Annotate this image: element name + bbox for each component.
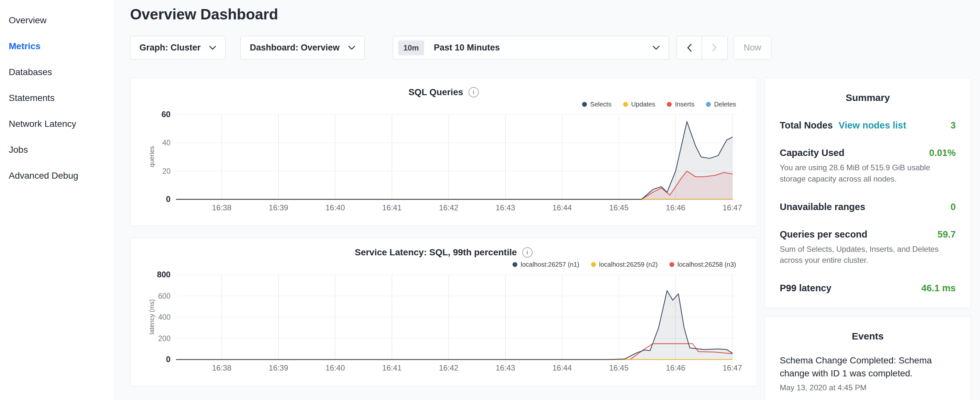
legend-dot [667, 102, 672, 107]
view-nodes-list-link[interactable]: View nodes list [838, 120, 906, 131]
event-text: Schema Change Completed: Schema change w… [780, 354, 956, 380]
chevron-down-icon [209, 46, 216, 50]
svg-text:16:40: 16:40 [326, 363, 345, 372]
legend-label: localhost:26257 (n1) [520, 261, 579, 268]
event-timestamp: May 13, 2020 at 4:45 PM [780, 383, 956, 392]
info-icon[interactable]: i [468, 87, 479, 97]
legend-item[interactable]: Selects [582, 100, 611, 108]
legend-dot [591, 262, 596, 267]
summary-description: Sum of Selects, Updates, Inserts, and De… [780, 244, 956, 266]
svg-text:60: 60 [161, 112, 170, 119]
graph-selector-dropdown[interactable]: Graph: Cluster [130, 36, 226, 59]
legend-label: Selects [590, 100, 611, 108]
svg-text:200: 200 [158, 334, 170, 343]
svg-text:16:47: 16:47 [722, 203, 742, 212]
summary-value: 59.7 [938, 229, 956, 240]
chart-panel-sql-queries: SQL Queries i SelectsUpdatesInsertsDelet… [130, 78, 757, 226]
summary-row: Unavailable ranges0 [780, 202, 956, 212]
time-next-button[interactable] [702, 36, 728, 59]
svg-text:16:46: 16:46 [666, 203, 685, 212]
summary-value: 46.1 ms [921, 283, 956, 293]
legend-label: Inserts [675, 100, 694, 108]
svg-text:600: 600 [158, 292, 170, 300]
svg-text:16:39: 16:39 [269, 203, 288, 212]
events-panel: Events Schema Change Completed: Schema c… [765, 316, 971, 400]
charts-column: SQL Queries i SelectsUpdatesInsertsDelet… [130, 78, 757, 386]
chart-legend: localhost:26257 (n1)localhost:26259 (n2)… [138, 261, 736, 268]
svg-text:16:44: 16:44 [552, 203, 572, 212]
summary-label: Queries per second [780, 229, 867, 239]
svg-text:16:45: 16:45 [609, 203, 628, 212]
main-content: Overview Dashboard Graph: Cluster Dashbo… [113, 0, 980, 400]
plot-area: queries 16:3816:3916:4016:4116:4216:4316… [138, 112, 749, 214]
legend-item[interactable]: Updates [623, 100, 655, 108]
summary-value: 0 [951, 202, 956, 212]
svg-text:400: 400 [158, 313, 170, 321]
chevron-down-icon [652, 46, 660, 50]
toolbar: Graph: Cluster Dashboard: Overview 10m P… [130, 36, 971, 59]
side-column: Summary Total NodesView nodes list3Capac… [765, 78, 971, 400]
summary-label: Unavailable ranges [780, 202, 865, 212]
summary-row: P99 latency46.1 ms [780, 283, 956, 293]
sql-queries-plot[interactable]: 16:3816:3916:4016:4116:4216:4316:4416:45… [138, 112, 749, 214]
now-button[interactable]: Now [734, 36, 771, 59]
time-prev-button[interactable] [676, 36, 702, 59]
legend-dot [670, 262, 674, 267]
time-step-button-group [676, 36, 728, 59]
sidebar: OverviewMetricsDatabasesStatementsNetwor… [0, 0, 113, 400]
legend-label: localhost:26259 (n2) [599, 261, 658, 268]
sidebar-item-overview[interactable]: Overview [0, 8, 113, 33]
y-axis-label: queries [148, 146, 156, 167]
legend-label: Updates [631, 100, 655, 108]
legend-label: localhost:26258 (n3) [678, 261, 736, 268]
svg-text:16:46: 16:46 [666, 363, 685, 372]
legend-dot [623, 102, 628, 107]
time-controls: 10m Past 10 Minutes Now [393, 36, 771, 59]
legend-item[interactable]: localhost:26257 (n1) [512, 261, 579, 268]
summary-value: 0.01% [929, 148, 956, 158]
info-icon[interactable]: i [522, 247, 533, 258]
app-root: OverviewMetricsDatabasesStatementsNetwor… [0, 0, 980, 400]
chart-panel-service-latency: Service Latency: SQL, 99th percentile i … [130, 238, 757, 386]
legend-label: Deletes [714, 100, 736, 108]
svg-text:16:43: 16:43 [496, 363, 515, 372]
summary-description: You are using 28.6 MiB of 515.9 GiB usab… [780, 162, 956, 185]
dashboard-selector-dropdown[interactable]: Dashboard: Overview [240, 36, 364, 59]
svg-text:16:43: 16:43 [496, 203, 515, 212]
legend-item[interactable]: Inserts [667, 100, 694, 108]
sidebar-item-databases[interactable]: Databases [0, 59, 113, 85]
sidebar-item-jobs[interactable]: Jobs [0, 137, 113, 163]
plot-area: latency (ms) 16:3816:3916:4016:4116:4216… [138, 271, 749, 375]
chart-header: Service Latency: SQL, 99th percentile i [138, 247, 749, 258]
svg-text:16:45: 16:45 [609, 363, 628, 372]
svg-text:20: 20 [162, 167, 170, 175]
events-list: Schema Change Completed: Schema change w… [780, 354, 956, 392]
sidebar-item-advanced-debug[interactable]: Advanced Debug [0, 163, 113, 189]
page-title: Overview Dashboard [130, 5, 971, 23]
summary-label: P99 latency [780, 283, 832, 293]
summary-rows: Total NodesView nodes list3Capacity Used… [780, 120, 956, 293]
sidebar-nav: OverviewMetricsDatabasesStatementsNetwor… [0, 8, 113, 189]
svg-text:0: 0 [166, 194, 170, 204]
svg-text:16:38: 16:38 [212, 203, 231, 212]
legend-item[interactable]: localhost:26259 (n2) [591, 261, 658, 268]
sidebar-item-statements[interactable]: Statements [0, 85, 113, 111]
summary-row: Capacity Used0.01%You are using 28.6 MiB… [780, 148, 956, 185]
svg-text:800: 800 [157, 271, 170, 279]
legend-item[interactable]: localhost:26258 (n3) [670, 261, 736, 268]
time-range-dropdown[interactable]: 10m Past 10 Minutes [393, 36, 669, 59]
dashboard-selector-label: Dashboard: Overview [250, 43, 340, 53]
legend-item[interactable]: Deletes [706, 100, 736, 108]
time-window-label: Past 10 Minutes [434, 43, 500, 53]
legend-dot [582, 102, 587, 107]
chevron-right-icon [712, 43, 717, 52]
svg-text:16:38: 16:38 [212, 363, 231, 372]
svg-text:40: 40 [162, 139, 170, 147]
svg-text:16:41: 16:41 [382, 203, 401, 212]
service-latency-plot[interactable]: 16:3816:3916:4016:4116:4216:4316:4416:45… [138, 271, 749, 375]
sidebar-item-metrics[interactable]: Metrics [0, 33, 113, 59]
sidebar-item-network-latency[interactable]: Network Latency [0, 111, 113, 137]
events-title: Events [780, 331, 956, 342]
svg-text:16:42: 16:42 [439, 203, 458, 212]
summary-row: Total NodesView nodes list3 [780, 120, 956, 131]
